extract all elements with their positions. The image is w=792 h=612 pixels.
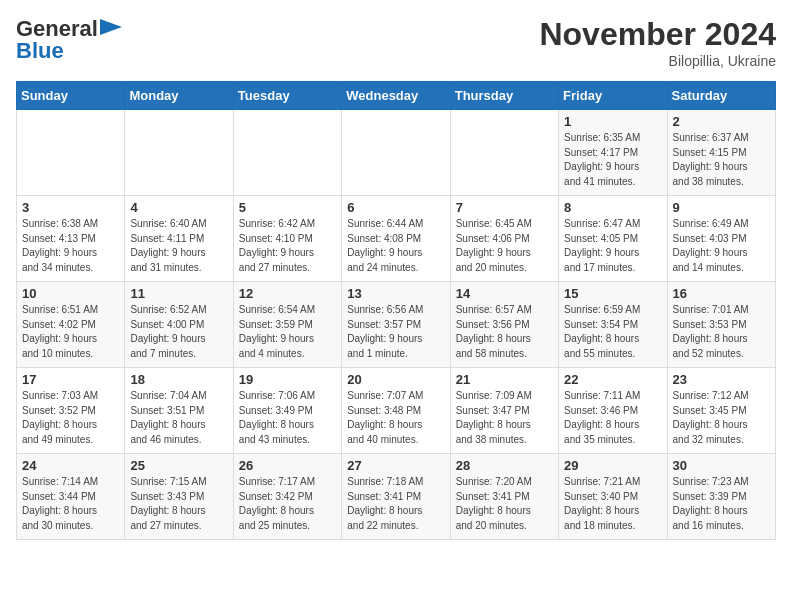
table-row: 5Sunrise: 6:42 AM Sunset: 4:10 PM Daylig… — [233, 196, 341, 282]
day-number: 8 — [564, 200, 661, 215]
day-detail: Sunrise: 6:56 AM Sunset: 3:57 PM Dayligh… — [347, 303, 444, 361]
day-number: 28 — [456, 458, 553, 473]
header-tuesday: Tuesday — [233, 82, 341, 110]
day-detail: Sunrise: 7:06 AM Sunset: 3:49 PM Dayligh… — [239, 389, 336, 447]
day-number: 16 — [673, 286, 770, 301]
table-row: 24Sunrise: 7:14 AM Sunset: 3:44 PM Dayli… — [17, 454, 125, 540]
header-wednesday: Wednesday — [342, 82, 450, 110]
day-number: 17 — [22, 372, 119, 387]
table-row — [233, 110, 341, 196]
table-row: 15Sunrise: 6:59 AM Sunset: 3:54 PM Dayli… — [559, 282, 667, 368]
table-row: 25Sunrise: 7:15 AM Sunset: 3:43 PM Dayli… — [125, 454, 233, 540]
table-row: 10Sunrise: 6:51 AM Sunset: 4:02 PM Dayli… — [17, 282, 125, 368]
day-number: 14 — [456, 286, 553, 301]
header-sunday: Sunday — [17, 82, 125, 110]
day-detail: Sunrise: 6:54 AM Sunset: 3:59 PM Dayligh… — [239, 303, 336, 361]
day-detail: Sunrise: 7:21 AM Sunset: 3:40 PM Dayligh… — [564, 475, 661, 533]
day-number: 19 — [239, 372, 336, 387]
table-row: 18Sunrise: 7:04 AM Sunset: 3:51 PM Dayli… — [125, 368, 233, 454]
day-number: 1 — [564, 114, 661, 129]
table-row: 3Sunrise: 6:38 AM Sunset: 4:13 PM Daylig… — [17, 196, 125, 282]
day-detail: Sunrise: 7:14 AM Sunset: 3:44 PM Dayligh… — [22, 475, 119, 533]
table-row: 7Sunrise: 6:45 AM Sunset: 4:06 PM Daylig… — [450, 196, 558, 282]
day-number: 4 — [130, 200, 227, 215]
day-number: 26 — [239, 458, 336, 473]
day-number: 3 — [22, 200, 119, 215]
day-number: 5 — [239, 200, 336, 215]
table-row: 23Sunrise: 7:12 AM Sunset: 3:45 PM Dayli… — [667, 368, 775, 454]
logo: General Blue — [16, 16, 122, 64]
table-row: 4Sunrise: 6:40 AM Sunset: 4:11 PM Daylig… — [125, 196, 233, 282]
table-row: 13Sunrise: 6:56 AM Sunset: 3:57 PM Dayli… — [342, 282, 450, 368]
location: Bilopillia, Ukraine — [539, 53, 776, 69]
day-detail: Sunrise: 7:20 AM Sunset: 3:41 PM Dayligh… — [456, 475, 553, 533]
day-detail: Sunrise: 7:09 AM Sunset: 3:47 PM Dayligh… — [456, 389, 553, 447]
day-detail: Sunrise: 6:59 AM Sunset: 3:54 PM Dayligh… — [564, 303, 661, 361]
day-number: 13 — [347, 286, 444, 301]
day-number: 7 — [456, 200, 553, 215]
table-row: 30Sunrise: 7:23 AM Sunset: 3:39 PM Dayli… — [667, 454, 775, 540]
day-number: 22 — [564, 372, 661, 387]
day-detail: Sunrise: 6:40 AM Sunset: 4:11 PM Dayligh… — [130, 217, 227, 275]
day-number: 15 — [564, 286, 661, 301]
header-saturday: Saturday — [667, 82, 775, 110]
day-detail: Sunrise: 7:07 AM Sunset: 3:48 PM Dayligh… — [347, 389, 444, 447]
table-row — [450, 110, 558, 196]
calendar-header-row: Sunday Monday Tuesday Wednesday Thursday… — [17, 82, 776, 110]
table-row: 6Sunrise: 6:44 AM Sunset: 4:08 PM Daylig… — [342, 196, 450, 282]
day-detail: Sunrise: 7:18 AM Sunset: 3:41 PM Dayligh… — [347, 475, 444, 533]
calendar-week-row: 24Sunrise: 7:14 AM Sunset: 3:44 PM Dayli… — [17, 454, 776, 540]
day-number: 10 — [22, 286, 119, 301]
table-row: 22Sunrise: 7:11 AM Sunset: 3:46 PM Dayli… — [559, 368, 667, 454]
day-number: 25 — [130, 458, 227, 473]
table-row — [342, 110, 450, 196]
day-detail: Sunrise: 6:52 AM Sunset: 4:00 PM Dayligh… — [130, 303, 227, 361]
table-row: 9Sunrise: 6:49 AM Sunset: 4:03 PM Daylig… — [667, 196, 775, 282]
day-detail: Sunrise: 7:15 AM Sunset: 3:43 PM Dayligh… — [130, 475, 227, 533]
day-detail: Sunrise: 7:01 AM Sunset: 3:53 PM Dayligh… — [673, 303, 770, 361]
day-detail: Sunrise: 6:35 AM Sunset: 4:17 PM Dayligh… — [564, 131, 661, 189]
table-row: 26Sunrise: 7:17 AM Sunset: 3:42 PM Dayli… — [233, 454, 341, 540]
table-row: 12Sunrise: 6:54 AM Sunset: 3:59 PM Dayli… — [233, 282, 341, 368]
day-number: 12 — [239, 286, 336, 301]
month-title: November 2024 — [539, 16, 776, 53]
day-detail: Sunrise: 6:47 AM Sunset: 4:05 PM Dayligh… — [564, 217, 661, 275]
day-detail: Sunrise: 7:12 AM Sunset: 3:45 PM Dayligh… — [673, 389, 770, 447]
day-number: 18 — [130, 372, 227, 387]
header-monday: Monday — [125, 82, 233, 110]
day-detail: Sunrise: 7:23 AM Sunset: 3:39 PM Dayligh… — [673, 475, 770, 533]
svg-marker-0 — [100, 19, 122, 35]
table-row: 8Sunrise: 6:47 AM Sunset: 4:05 PM Daylig… — [559, 196, 667, 282]
day-detail: Sunrise: 7:17 AM Sunset: 3:42 PM Dayligh… — [239, 475, 336, 533]
table-row: 28Sunrise: 7:20 AM Sunset: 3:41 PM Dayli… — [450, 454, 558, 540]
title-block: November 2024 Bilopillia, Ukraine — [539, 16, 776, 69]
page-header: General Blue November 2024 Bilopillia, U… — [16, 16, 776, 69]
day-detail: Sunrise: 6:42 AM Sunset: 4:10 PM Dayligh… — [239, 217, 336, 275]
logo-flag-icon — [100, 19, 122, 35]
day-number: 29 — [564, 458, 661, 473]
calendar-week-row: 1Sunrise: 6:35 AM Sunset: 4:17 PM Daylig… — [17, 110, 776, 196]
day-detail: Sunrise: 7:03 AM Sunset: 3:52 PM Dayligh… — [22, 389, 119, 447]
day-number: 9 — [673, 200, 770, 215]
day-detail: Sunrise: 7:11 AM Sunset: 3:46 PM Dayligh… — [564, 389, 661, 447]
table-row: 21Sunrise: 7:09 AM Sunset: 3:47 PM Dayli… — [450, 368, 558, 454]
day-number: 6 — [347, 200, 444, 215]
table-row: 27Sunrise: 7:18 AM Sunset: 3:41 PM Dayli… — [342, 454, 450, 540]
table-row: 29Sunrise: 7:21 AM Sunset: 3:40 PM Dayli… — [559, 454, 667, 540]
day-number: 21 — [456, 372, 553, 387]
table-row: 11Sunrise: 6:52 AM Sunset: 4:00 PM Dayli… — [125, 282, 233, 368]
day-number: 24 — [22, 458, 119, 473]
logo-blue: Blue — [16, 38, 64, 64]
day-detail: Sunrise: 6:37 AM Sunset: 4:15 PM Dayligh… — [673, 131, 770, 189]
calendar-week-row: 17Sunrise: 7:03 AM Sunset: 3:52 PM Dayli… — [17, 368, 776, 454]
header-thursday: Thursday — [450, 82, 558, 110]
day-detail: Sunrise: 6:51 AM Sunset: 4:02 PM Dayligh… — [22, 303, 119, 361]
day-detail: Sunrise: 6:44 AM Sunset: 4:08 PM Dayligh… — [347, 217, 444, 275]
calendar-table: Sunday Monday Tuesday Wednesday Thursday… — [16, 81, 776, 540]
day-detail: Sunrise: 6:38 AM Sunset: 4:13 PM Dayligh… — [22, 217, 119, 275]
day-number: 20 — [347, 372, 444, 387]
table-row — [17, 110, 125, 196]
table-row: 1Sunrise: 6:35 AM Sunset: 4:17 PM Daylig… — [559, 110, 667, 196]
calendar-week-row: 3Sunrise: 6:38 AM Sunset: 4:13 PM Daylig… — [17, 196, 776, 282]
day-number: 11 — [130, 286, 227, 301]
